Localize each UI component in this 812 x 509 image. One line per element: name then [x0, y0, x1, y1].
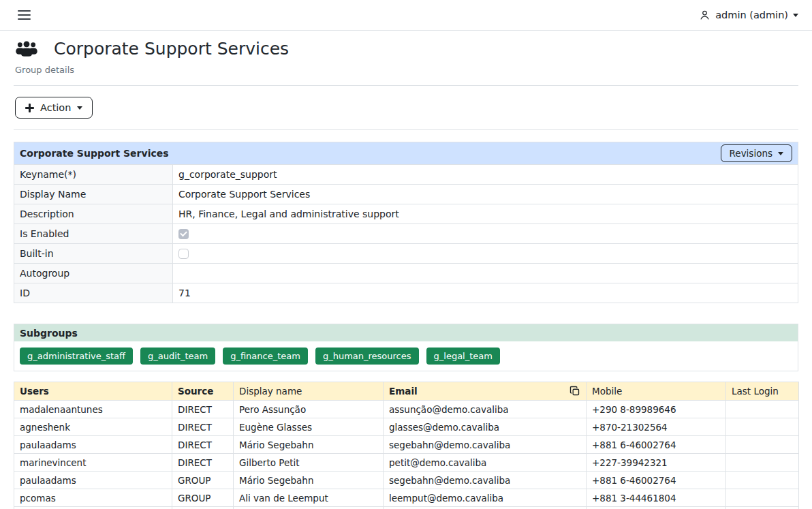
- group-detail-panel: Corporate Support Services Revisions Key…: [14, 142, 798, 303]
- subgroup-badge-g-human-resources[interactable]: g_human_resources: [315, 348, 419, 365]
- detail-row: Built-in: [14, 244, 798, 264]
- user-cell-mobile: [587, 507, 726, 509]
- chevron-down-icon: [77, 106, 82, 110]
- menu-toggle-button[interactable]: [16, 7, 32, 22]
- chevron-down-icon: [778, 152, 783, 155]
- page-head: Corporate Support Services Group details: [0, 31, 812, 75]
- detail-label-id: ID: [14, 283, 173, 303]
- user-cell-email: glasses@demo.cavaliba: [384, 418, 587, 436]
- detail-value-keyname: g_corporate_support: [173, 165, 798, 185]
- toolbar: Action: [0, 96, 812, 119]
- group-detail-table: Keyname(*)g_corporate_supportDisplay Nam…: [14, 164, 798, 303]
- group-detail-title: Corporate Support Services: [20, 148, 169, 159]
- user-cell-source: GROUP: [172, 472, 234, 489]
- person-icon: [699, 10, 710, 21]
- detail-row: Autogroup: [14, 264, 798, 283]
- user-cell-last-login: [726, 418, 799, 436]
- user-cell-mobile: +870-21302564: [587, 418, 726, 436]
- users-column-source: Source: [172, 382, 234, 401]
- revisions-button[interactable]: Revisions: [721, 144, 792, 162]
- subgroup-badge-g-audit-team[interactable]: g_audit_team: [140, 348, 215, 365]
- user-cell-username: pcomas: [14, 489, 172, 507]
- user-cell-email: leemput@demo.cavaliba: [384, 489, 587, 507]
- subgroups-title: Subgroups: [20, 328, 78, 339]
- topbar: admin (admin): [0, 0, 812, 31]
- subgroup-badge-g-legal-team[interactable]: g_legal_team: [426, 348, 500, 365]
- divider: [14, 129, 798, 130]
- user-row-partial: [14, 507, 799, 509]
- user-menu-button[interactable]: admin (admin): [695, 9, 802, 22]
- user-cell-last-login: [726, 454, 799, 472]
- detail-row: ID71: [14, 283, 798, 303]
- group-detail-header: Corporate Support Services Revisions: [14, 142, 798, 164]
- user-cell-source: GROUP: [172, 489, 234, 507]
- chevron-down-icon: [793, 14, 798, 17]
- divider: [14, 85, 798, 86]
- subgroup-badge-g-administrative-staff[interactable]: g_administrative_staff: [20, 348, 133, 365]
- user-row: marinevincentDIRECTGilberto Petitpetit@d…: [14, 454, 799, 472]
- detail-label-keyname: Keyname(*): [14, 165, 173, 185]
- user-cell-display-name: Mário Segebahn: [234, 436, 384, 454]
- subgroups-panel: Subgroups g_administrative_staffg_audit_…: [14, 324, 798, 371]
- screen: admin (admin) Corporate Support Services…: [0, 0, 812, 509]
- user-row: paulaadamsGROUPMário Segebahnsegebahn@de…: [14, 472, 799, 489]
- user-cell-source: DIRECT: [172, 401, 234, 418]
- detail-label-built-in: Built-in: [14, 244, 173, 264]
- user-cell-mobile: +881 3-44461804: [587, 489, 726, 507]
- subgroups-list: g_administrative_staffg_audit_teamg_fina…: [14, 341, 798, 371]
- detail-value-built-in: [173, 244, 798, 264]
- hamburger-icon: [18, 10, 31, 12]
- detail-row: DescriptionHR, Finance, Legal and admini…: [14, 204, 798, 224]
- user-cell-display-name: Eugène Glasses: [234, 418, 384, 436]
- detail-label-is-enabled: Is Enabled: [14, 224, 173, 244]
- detail-value-autogroup: [173, 264, 798, 283]
- user-cell-last-login: [726, 489, 799, 507]
- user-cell-mobile: +881 6-46002764: [587, 472, 726, 489]
- plus-icon: [25, 104, 34, 112]
- subgroups-header: Subgroups: [14, 324, 798, 341]
- user-cell-username: [14, 507, 172, 509]
- user-cell-display-name: [234, 507, 384, 509]
- user-cell-username: madalenaantunes: [14, 401, 172, 418]
- user-row: agneshenkDIRECTEugène Glassesglasses@dem…: [14, 418, 799, 436]
- user-cell-last-login: [726, 472, 799, 489]
- detail-row: Display NameCorporate Support Services: [14, 185, 798, 204]
- user-row: pcomasGROUPAli van de Leemputleemput@dem…: [14, 489, 799, 507]
- user-cell-email: [384, 507, 587, 509]
- user-cell-source: [172, 507, 234, 509]
- user-cell-email: segebahn@demo.cavaliba: [384, 472, 587, 489]
- user-cell-last-login: [726, 507, 799, 509]
- action-button-label: Action: [40, 102, 71, 113]
- is-enabled-checkbox: [178, 229, 189, 239]
- users-panel: UsersSourceDisplay nameEmail MobileLast …: [14, 382, 798, 509]
- user-cell-email: petit@demo.cavaliba: [384, 454, 587, 472]
- user-cell-email: assunção@demo.cavaliba: [384, 401, 587, 418]
- user-cell-email: segebahn@demo.cavaliba: [384, 436, 587, 454]
- built-in-checkbox: [178, 249, 189, 259]
- detail-label-autogroup: Autogroup: [14, 264, 173, 283]
- detail-row: Is Enabled: [14, 224, 798, 244]
- user-cell-source: DIRECT: [172, 454, 234, 472]
- copy-icon[interactable]: [569, 386, 580, 397]
- user-cell-username: paulaadams: [14, 472, 172, 489]
- user-cell-mobile: +227-39942321: [587, 454, 726, 472]
- detail-value-id: 71: [173, 283, 798, 303]
- user-row: madalenaantunesDIRECTPero Assunçãoassunç…: [14, 401, 799, 418]
- hamburger-icon: [18, 18, 31, 20]
- subgroup-badge-g-finance-team[interactable]: g_finance_team: [223, 348, 308, 365]
- hamburger-icon: [18, 14, 31, 16]
- users-table: UsersSourceDisplay nameEmail MobileLast …: [14, 382, 799, 509]
- page-subtitle: Group details: [15, 65, 797, 75]
- user-cell-display-name: Gilberto Petit: [234, 454, 384, 472]
- user-cell-display-name: Mário Segebahn: [234, 472, 384, 489]
- users-column-email: Email: [384, 382, 587, 401]
- detail-row: Keyname(*)g_corporate_support: [14, 165, 798, 185]
- user-cell-username: paulaadams: [14, 436, 172, 454]
- action-button[interactable]: Action: [15, 97, 93, 119]
- group-icon: [15, 40, 38, 57]
- user-cell-display-name: Pero Assunção: [234, 401, 384, 418]
- detail-label-display-name: Display Name: [14, 185, 173, 204]
- detail-label-description: Description: [14, 204, 173, 224]
- user-cell-username: agneshenk: [14, 418, 172, 436]
- users-column-label: Email: [389, 386, 418, 397]
